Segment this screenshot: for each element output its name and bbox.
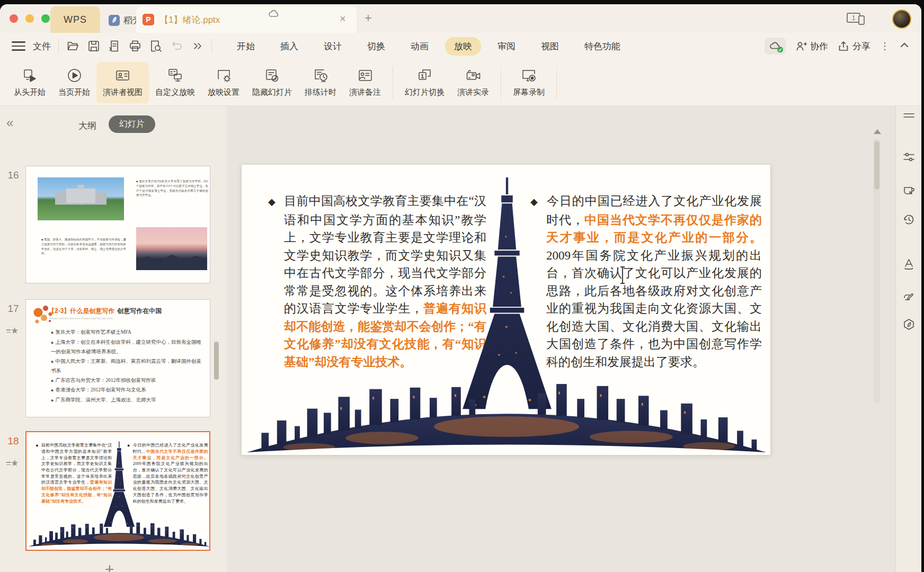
- main-menu-icon[interactable]: [12, 41, 25, 51]
- cloud-sync-button[interactable]: [765, 38, 786, 55]
- ribbon-button-label: 隐藏幻灯片: [252, 87, 292, 97]
- zoom-window-button[interactable]: [41, 14, 50, 23]
- content-area: « 大纲 幻灯片 16 ◆现在全美已有350多所大学设置了创意写作学科，822个…: [0, 106, 921, 572]
- speaker-notes-icon: [357, 67, 374, 84]
- animation-star-icon: ★: [6, 325, 22, 336]
- tab-outline[interactable]: 大纲: [78, 120, 96, 132]
- right-toolbar: [895, 106, 921, 572]
- presenter-view-button[interactable]: 演讲者视图: [96, 62, 149, 103]
- undo-icon[interactable]: [170, 39, 183, 53]
- slide-text-dark: 2009年国务院文化产业振兴规划的出台，首次确认了文化可以产业化发展的思路，此后…: [546, 249, 762, 369]
- save-icon[interactable]: [87, 39, 101, 53]
- more-quick-tools-icon[interactable]: [190, 39, 204, 53]
- menu-tab-slideshow[interactable]: 放映: [445, 37, 481, 56]
- ribbon-button-label: 放映设置: [208, 87, 239, 97]
- slide16-text-right: ◆现在全美已有350多所大学设置了创意写作学科，822个创意写作班，其中有153…: [136, 179, 208, 198]
- open-file-icon[interactable]: [66, 39, 80, 53]
- slide-number: 18: [4, 435, 22, 447]
- rehearse-timing-icon: [313, 67, 329, 84]
- hide-slide-button[interactable]: 隐藏幻灯片: [246, 62, 298, 103]
- beautify-pen-icon[interactable]: [902, 290, 916, 303]
- list-item: ◆广东商学院、温州大学、上海政法、北师大等: [51, 395, 206, 405]
- print-preview-icon[interactable]: [149, 39, 163, 53]
- ribbon-button-label: 自定义放映: [155, 87, 195, 97]
- history-icon[interactable]: [902, 213, 916, 226]
- menu-tab-special-features[interactable]: 特色功能: [575, 37, 629, 56]
- wps-window: WPS 稻壳 P 【1】绪论.pptx × + 1 文件: [0, 4, 921, 572]
- slide-text-left[interactable]: ◆目前中国高校文学教育主要集中在“汉语和中国文学方面的基本知识”教学上，文学专业…: [268, 192, 486, 371]
- mini-slide-text-right: ◆今日的中国已经进入了文化产业化发展时代，中国当代文学不再仅仅是作家的天才事业，…: [127, 442, 208, 504]
- close-window-button[interactable]: [10, 14, 18, 23]
- custom-show-icon: [167, 67, 183, 84]
- slide-thumbnail-17[interactable]: 【2-3】什么是创意写作创意写作在中国 Please add the title…: [25, 299, 210, 417]
- ribbon-button-label: 当页开始: [58, 87, 90, 97]
- device-sync-icon[interactable]: 1: [847, 11, 868, 26]
- tab-wps-home[interactable]: WPS: [50, 6, 100, 33]
- drag-handle-icon[interactable]: [902, 109, 916, 122]
- menu-file[interactable]: 文件: [33, 40, 51, 52]
- phone-icon: [858, 15, 865, 25]
- slideshow-ribbon: 从头开始 当页开始 演讲者视图 自定义放映 放映设置 隐藏幻灯片 排练计时 演: [0, 59, 921, 106]
- play-from-start-button[interactable]: 从头开始: [7, 62, 52, 103]
- screen-record-button[interactable]: 屏幕录制: [507, 62, 551, 103]
- share-label: 分享: [852, 40, 870, 52]
- skyline-image: [28, 516, 209, 547]
- list-item: ◆香港浸会大学：2012年创意写作与文化系: [51, 385, 206, 395]
- speaker-notes-button[interactable]: 演讲备注: [343, 62, 387, 103]
- panel-scrollbar-thumb[interactable]: [214, 342, 219, 380]
- slide-text-right[interactable]: ◆今日的中国已经进入了文化产业化发展时代，中国当代文学不再仅仅是作家的天才事业，…: [530, 192, 762, 371]
- menu-tab-insert[interactable]: 插入: [271, 37, 307, 56]
- collaborate-button[interactable]: 协作: [795, 40, 828, 52]
- font-tool-icon[interactable]: [902, 257, 916, 271]
- show-settings-button[interactable]: 放映设置: [201, 62, 246, 103]
- new-slide-button[interactable]: +: [105, 560, 114, 572]
- ribbon-button-label: 幻灯片切换: [405, 87, 445, 97]
- custom-show-button[interactable]: 自定义放映: [149, 62, 201, 103]
- collapse-panel-icon[interactable]: «: [6, 115, 13, 130]
- design-resource-icon[interactable]: [902, 183, 916, 196]
- adjust-settings-icon[interactable]: [902, 150, 916, 164]
- user-avatar[interactable]: [892, 10, 911, 29]
- screen-record-icon: [521, 67, 537, 84]
- slide-transition-button[interactable]: 幻灯片切换: [398, 62, 451, 103]
- canvas-scrollbar-thumb[interactable]: [874, 141, 879, 190]
- bullet-diamond: ◆: [268, 193, 284, 211]
- menu-tab-transition[interactable]: 切换: [358, 37, 394, 56]
- ribbon-button-label: 排练计时: [305, 87, 336, 97]
- menu-tab-start[interactable]: 开始: [228, 37, 264, 56]
- menu-tab-design[interactable]: 设计: [315, 37, 351, 56]
- export-icon[interactable]: [108, 39, 121, 53]
- play-from-current-button[interactable]: 当页开始: [52, 62, 96, 103]
- slide-thumbnail-16[interactable]: ◆现在全美已有350多所大学设置了创意写作学科，822个创意写作班，其中有153…: [25, 166, 210, 283]
- collaborate-label: 协作: [810, 40, 828, 52]
- play-from-current-icon: [66, 67, 83, 84]
- new-tab-button[interactable]: +: [365, 12, 372, 24]
- slide17-title: 【2-3】什么是创意写作创意写作在中国: [48, 307, 162, 315]
- menu-tab-review[interactable]: 审阅: [488, 37, 525, 56]
- cloud-saved-icon: [268, 7, 280, 22]
- minimize-window-button[interactable]: [25, 14, 34, 23]
- share-button[interactable]: 分享: [838, 40, 870, 52]
- close-document-icon[interactable]: ×: [340, 13, 346, 24]
- record-show-icon: [465, 67, 482, 84]
- slide-thumbnail-18-selected[interactable]: ◆目前中国高校文学教育主要集中在“汉语和中国文学方面的基本知识”教学上，文学专业…: [25, 431, 210, 551]
- rehearse-timing-button[interactable]: 排练计时: [298, 62, 343, 103]
- print-icon[interactable]: [128, 39, 142, 53]
- slide-number: 17: [4, 303, 22, 315]
- docer-resource-icon[interactable]: [902, 318, 916, 331]
- canvas-scroll-up-icon[interactable]: [874, 129, 881, 134]
- more-options-icon[interactable]: ⋮: [880, 40, 890, 52]
- record-show-button[interactable]: 演讲实录: [451, 62, 495, 103]
- list-item: ◆广东语言与外贸大学：2012年招收创意写作班: [51, 376, 206, 386]
- tab-slides[interactable]: 幻灯片: [109, 115, 155, 133]
- slide-canvas: ◆目前中国高校文学教育主要集中在“汉语和中国文学方面的基本知识”教学上，文学专业…: [228, 106, 895, 572]
- canvas-scrollbar[interactable]: [873, 139, 880, 404]
- menu-tab-view[interactable]: 视图: [532, 37, 568, 56]
- tab-document[interactable]: P 【1】绪论.pptx ×: [136, 6, 357, 33]
- animation-star-icon: ★: [6, 458, 22, 469]
- divider: [58, 39, 59, 53]
- current-slide[interactable]: ◆目前中国高校文学教育主要集中在“汉语和中国文学方面的基本知识”教学上，文学专业…: [241, 164, 771, 455]
- collapse-ribbon-icon[interactable]: [899, 40, 910, 52]
- menu-tab-animation[interactable]: 动画: [402, 37, 438, 56]
- campus-photo: [38, 177, 124, 220]
